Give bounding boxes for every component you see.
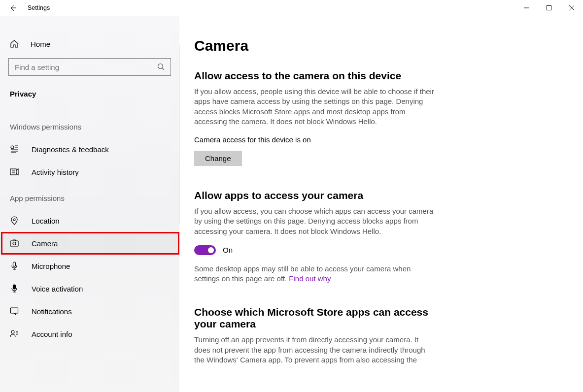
sidebar-item-label: Account info (32, 330, 72, 338)
notifications-icon (10, 307, 19, 316)
svg-rect-16 (11, 308, 18, 313)
svg-point-13 (13, 242, 16, 245)
sidebar-item-activity-history[interactable]: Activity history (0, 161, 179, 183)
svg-rect-8 (10, 169, 16, 175)
home-icon (10, 39, 19, 48)
section-privacy: Privacy (0, 90, 179, 112)
sidebar-item-location[interactable]: Location (0, 209, 179, 232)
sidebar-item-label: Camera (32, 239, 58, 248)
feedback-icon (10, 145, 19, 154)
page-title: Camera (194, 37, 435, 54)
apps-access-toggle[interactable] (194, 245, 216, 255)
account-icon (10, 329, 19, 338)
group-app-permissions: App permissions (0, 183, 179, 209)
maximize-button[interactable] (538, 0, 560, 16)
sidebar-item-label: Microphone (32, 262, 70, 270)
camera-icon (10, 239, 19, 248)
section1-desc: If you allow access, people using this d… (194, 87, 435, 127)
sidebar-item-voice-activation[interactable]: Voice activation (0, 277, 179, 300)
sidebar-home[interactable]: Home (0, 35, 179, 58)
main-content: Camera Allow access to the camera on thi… (179, 16, 583, 392)
svg-rect-2 (547, 6, 551, 10)
sidebar-item-notifications[interactable]: Notifications (0, 300, 179, 323)
svg-point-17 (11, 330, 14, 333)
svg-point-5 (158, 64, 163, 69)
highlight-box (1, 232, 179, 255)
section2-desc: If you allow access, you can choose whic… (194, 206, 435, 236)
section3-heading: Choose which Microsoft Store apps can ac… (194, 306, 435, 330)
location-icon (10, 216, 19, 225)
svg-rect-15 (13, 285, 16, 289)
toggle-state-label: On (223, 246, 233, 254)
sidebar-item-label: Diagnostics & feedback (32, 145, 109, 154)
svg-point-11 (13, 219, 15, 221)
microphone-icon (10, 261, 19, 270)
svg-rect-14 (13, 262, 16, 266)
sidebar: Home Privacy Windows permissions Diagnos… (0, 16, 179, 392)
sidebar-item-microphone[interactable]: Microphone (0, 255, 179, 277)
section3-desc: Turning off an app prevents it from dire… (194, 335, 435, 365)
toggle-knob (208, 247, 214, 253)
sidebar-item-camera[interactable]: Camera (0, 232, 179, 255)
sidebar-item-account-info[interactable]: Account info (0, 323, 179, 345)
close-button[interactable] (560, 0, 583, 16)
back-button[interactable] (9, 4, 17, 12)
section2-note: Some desktop apps may still be able to a… (194, 264, 435, 284)
device-access-status: Camera access for this device is on (194, 135, 435, 144)
search-icon (157, 63, 165, 71)
find-out-why-link[interactable]: Find out why (289, 274, 331, 283)
change-button[interactable]: Change (194, 151, 242, 166)
svg-line-6 (162, 68, 164, 70)
sidebar-item-label: Location (32, 217, 60, 225)
sidebar-item-label: Voice activation (32, 285, 83, 293)
sidebar-scrollbar[interactable] (179, 45, 180, 225)
app-title: Settings (28, 4, 50, 11)
section1-heading: Allow access to the camera on this devic… (194, 70, 435, 82)
sidebar-item-diagnostics[interactable]: Diagnostics & feedback (0, 138, 179, 161)
search-input[interactable] (8, 58, 171, 76)
sidebar-item-label: Notifications (32, 307, 72, 316)
svg-point-7 (11, 146, 14, 149)
svg-rect-12 (10, 241, 18, 246)
titlebar: Settings (0, 0, 583, 16)
minimize-button[interactable] (515, 0, 538, 16)
sidebar-item-label: Activity history (32, 168, 79, 176)
group-windows-permissions: Windows permissions (0, 112, 179, 138)
voice-icon (10, 284, 19, 293)
home-label: Home (31, 40, 50, 48)
section2-heading: Allow apps to access your camera (194, 190, 435, 201)
history-icon (10, 167, 19, 176)
